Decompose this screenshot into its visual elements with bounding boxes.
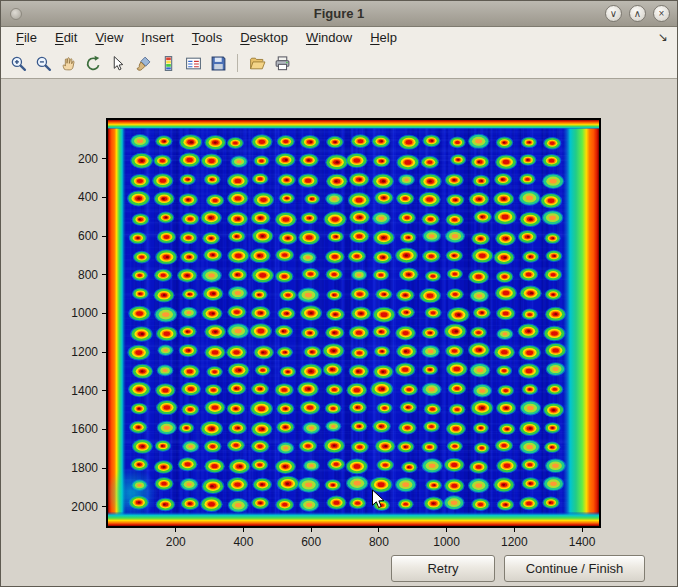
menu-item-window[interactable]: Window [297,28,361,47]
titlebar[interactable]: Figure 1 ∨∧× [1,1,677,27]
menu-item-tools[interactable]: Tools [183,28,231,47]
y-tick-mark [102,313,106,314]
roll-down-button[interactable]: ∨ [605,5,622,22]
figure-canvas-area: Retry Continue / Finish 2004006008001000… [1,79,677,586]
x-tick-label: 1400 [560,535,604,549]
menubar: FileEditViewInsertToolsDesktopWindowHelp [1,27,677,48]
y-tick-label: 200 [54,152,98,166]
x-tick-mark [311,528,312,532]
x-tick-label: 600 [289,535,333,549]
y-tick-label: 600 [54,229,98,243]
x-tick-mark [378,528,379,532]
toolbar-print-icon[interactable] [271,52,293,74]
y-tick-label: 1200 [54,345,98,359]
close-button[interactable]: × [653,5,670,22]
y-tick-label: 800 [54,268,98,282]
dock-arrow-icon[interactable]: ↘ [658,30,668,44]
x-tick-label: 1000 [425,535,469,549]
retry-button[interactable]: Retry [391,555,495,582]
y-tick-mark [102,236,106,237]
y-tick-mark [102,506,106,507]
continue-finish-button[interactable]: Continue / Finish [504,555,645,582]
toolbar-brush-icon[interactable] [132,52,154,74]
toolbar-open-folder-icon[interactable] [246,52,268,74]
window-controls: ∨∧× [605,5,670,22]
y-tick-mark [102,197,106,198]
x-tick-mark [514,528,515,532]
figure-toolbar [1,48,677,79]
toolbar-data-cursor-icon[interactable] [107,52,129,74]
toolbar-colorbar-icon[interactable] [157,52,179,74]
y-tick-label: 1800 [54,461,98,475]
toolbar-zoom-in-icon[interactable] [7,52,29,74]
y-tick-mark [102,158,106,159]
y-tick-label: 400 [54,190,98,204]
y-tick-mark [102,390,106,391]
toolbar-legend-icon[interactable] [182,52,204,74]
toolbar-separator [237,54,238,72]
x-tick-mark [243,528,244,532]
x-tick-label: 200 [154,535,198,549]
x-tick-mark [582,528,583,532]
toolbar-rotate-3d-icon[interactable] [82,52,104,74]
toolbar-save-icon[interactable] [207,52,229,74]
y-tick-label: 1600 [54,422,98,436]
y-tick-mark [102,274,106,275]
x-tick-mark [175,528,176,532]
menu-item-view[interactable]: View [86,28,132,47]
menu-item-insert[interactable]: Insert [132,28,183,47]
y-tick-label: 2000 [54,500,98,514]
mouse-cursor [371,489,386,511]
axes [106,118,601,528]
x-tick-label: 400 [221,535,265,549]
y-tick-mark [102,352,106,353]
x-tick-mark [446,528,447,532]
toolbar-pan-icon[interactable] [57,52,79,74]
toolbar-zoom-out-icon[interactable] [32,52,54,74]
menu-item-edit[interactable]: Edit [46,28,86,47]
figure-window: Figure 1 ∨∧× FileEditViewInsertToolsDesk… [0,0,678,587]
y-tick-label: 1400 [54,384,98,398]
roll-up-button[interactable]: ∧ [629,5,646,22]
y-tick-label: 1000 [54,306,98,320]
menu-item-desktop[interactable]: Desktop [231,28,297,47]
menu-item-help[interactable]: Help [361,28,406,47]
menu-item-file[interactable]: File [7,28,46,47]
x-tick-label: 1200 [492,535,536,549]
x-tick-label: 800 [357,535,401,549]
window-title: Figure 1 [1,6,677,21]
y-tick-mark [102,468,106,469]
microarray-image[interactable] [108,120,599,526]
y-tick-mark [102,429,106,430]
